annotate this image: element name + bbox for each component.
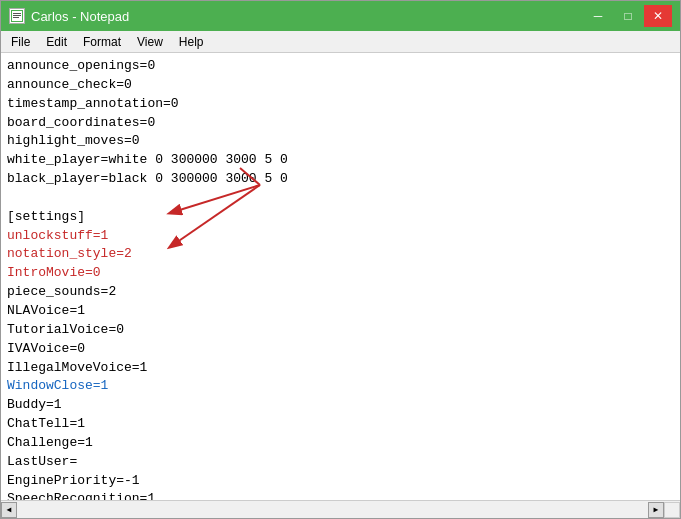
menu-file[interactable]: File	[3, 33, 38, 51]
title-bar: Carlos - Notepad ─ □ ✕	[1, 1, 680, 31]
text-line: black_player=black 0 300000 3000 5 0	[7, 170, 674, 189]
text-line: Challenge=1	[7, 434, 674, 453]
svg-rect-3	[13, 15, 21, 16]
menu-edit[interactable]: Edit	[38, 33, 75, 51]
text-line: board_coordinates=0	[7, 114, 674, 133]
menu-view[interactable]: View	[129, 33, 171, 51]
text-line: timestamp_annotation=0	[7, 95, 674, 114]
text-line: EnginePriority=-1	[7, 472, 674, 491]
text-line: LastUser=	[7, 453, 674, 472]
text-line: notation_style=2	[7, 245, 674, 264]
menu-bar: File Edit Format View Help	[1, 31, 680, 53]
svg-rect-2	[13, 13, 21, 14]
app-icon	[9, 8, 25, 24]
text-line: announce_check=0	[7, 76, 674, 95]
close-button[interactable]: ✕	[644, 5, 672, 27]
minimize-button[interactable]: ─	[584, 5, 612, 27]
window-controls: ─ □ ✕	[584, 5, 672, 27]
text-editor[interactable]: announce_openings=0announce_check=0times…	[1, 53, 680, 500]
text-line: unlockstuff=1	[7, 227, 674, 246]
scroll-right-button[interactable]: ▶	[648, 502, 664, 518]
text-line: announce_openings=0	[7, 57, 674, 76]
horizontal-scroll-track[interactable]	[17, 502, 648, 518]
menu-help[interactable]: Help	[171, 33, 212, 51]
window-title: Carlos - Notepad	[31, 9, 129, 24]
text-line: IntroMovie=0	[7, 264, 674, 283]
text-line: WindowClose=1	[7, 377, 674, 396]
text-line: ChatTell=1	[7, 415, 674, 434]
text-line	[7, 189, 674, 208]
text-line: [settings]	[7, 208, 674, 227]
svg-rect-4	[13, 17, 19, 18]
text-line: SpeechRecognition=1	[7, 490, 674, 500]
menu-format[interactable]: Format	[75, 33, 129, 51]
text-line: Buddy=1	[7, 396, 674, 415]
horizontal-scrollbar[interactable]: ◀ ▶	[1, 500, 680, 518]
scroll-left-button[interactable]: ◀	[1, 502, 17, 518]
scroll-corner	[664, 502, 680, 518]
text-line: piece_sounds=2	[7, 283, 674, 302]
maximize-button[interactable]: □	[614, 5, 642, 27]
content-area: announce_openings=0announce_check=0times…	[1, 53, 680, 500]
text-line: IVAVoice=0	[7, 340, 674, 359]
text-line: white_player=white 0 300000 3000 5 0	[7, 151, 674, 170]
text-line: IllegalMoveVoice=1	[7, 359, 674, 378]
text-line: NLAVoice=1	[7, 302, 674, 321]
text-line: TutorialVoice=0	[7, 321, 674, 340]
text-line: highlight_moves=0	[7, 132, 674, 151]
